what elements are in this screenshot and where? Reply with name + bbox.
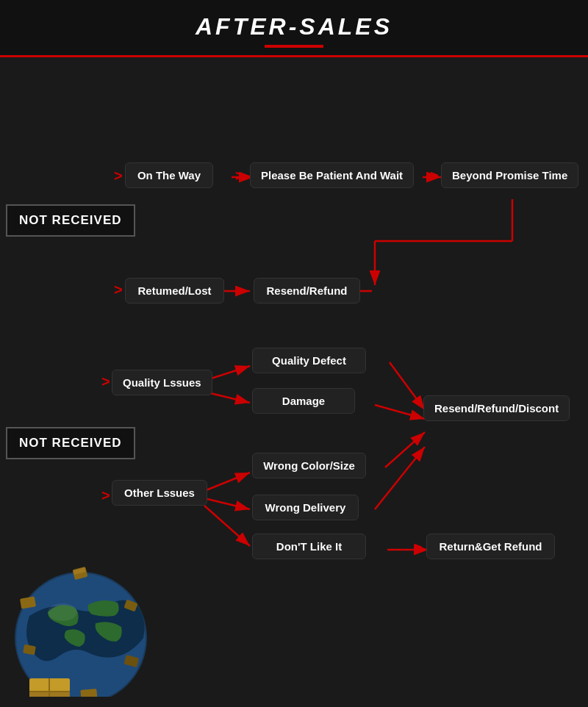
arrow-2: > bbox=[235, 168, 244, 184]
header-underline bbox=[265, 45, 323, 48]
header: AFTER-SALES bbox=[0, 0, 588, 57]
main-diagram: > > > > > > NOT RECEIVED On The Way Plea… bbox=[0, 57, 588, 704]
svg-line-15 bbox=[204, 506, 250, 546]
please-wait-pill: Please Be Patient And Wait bbox=[250, 162, 414, 188]
other-issues-pill: Other Lssues bbox=[112, 480, 207, 506]
returned-lost-pill: Retumed/Lost bbox=[125, 278, 224, 304]
beyond-promise-pill: Beyond Promise Time bbox=[441, 162, 578, 188]
svg-line-12 bbox=[375, 405, 425, 419]
on-the-way-pill: On The Way bbox=[125, 162, 213, 188]
not-received-badge-1: NOT RECEIVED bbox=[6, 204, 135, 237]
not-received-badge-2: NOT RECEIVED bbox=[6, 427, 135, 459]
page-title: AFTER-SALES bbox=[0, 13, 588, 40]
wrong-color-size-pill: Wrong Color/Size bbox=[252, 453, 366, 478]
svg-rect-26 bbox=[80, 689, 97, 697]
svg-line-13 bbox=[204, 473, 250, 491]
damage-pill: Damage bbox=[252, 388, 355, 414]
svg-point-28 bbox=[48, 603, 77, 621]
svg-line-17 bbox=[375, 447, 425, 509]
arrow-1: > bbox=[114, 168, 123, 184]
wrong-delivery-pill: Wrong Delivery bbox=[252, 495, 359, 520]
svg-line-14 bbox=[204, 498, 250, 509]
arrow-5: > bbox=[101, 373, 110, 390]
svg-line-16 bbox=[385, 432, 425, 467]
arrow-6: > bbox=[101, 487, 110, 504]
quality-issues-pill: Quality Lssues bbox=[112, 370, 212, 395]
globe-illustration bbox=[7, 550, 169, 697]
arrow-7: > bbox=[414, 539, 423, 556]
svg-line-11 bbox=[390, 362, 425, 410]
return-get-refund-pill: Return&Get Refund bbox=[426, 534, 555, 559]
resend-refund-pill: Resend/Refund bbox=[254, 278, 360, 304]
arrow-4: > bbox=[114, 281, 123, 298]
arrow-3: > bbox=[430, 168, 439, 184]
globe-svg bbox=[7, 550, 154, 697]
dont-like-it-pill: Don'T Like It bbox=[252, 534, 366, 559]
resend-refund-discont-pill: Resend/Refund/Discont bbox=[423, 395, 570, 421]
quality-defect-pill: Quality Defect bbox=[252, 348, 366, 373]
